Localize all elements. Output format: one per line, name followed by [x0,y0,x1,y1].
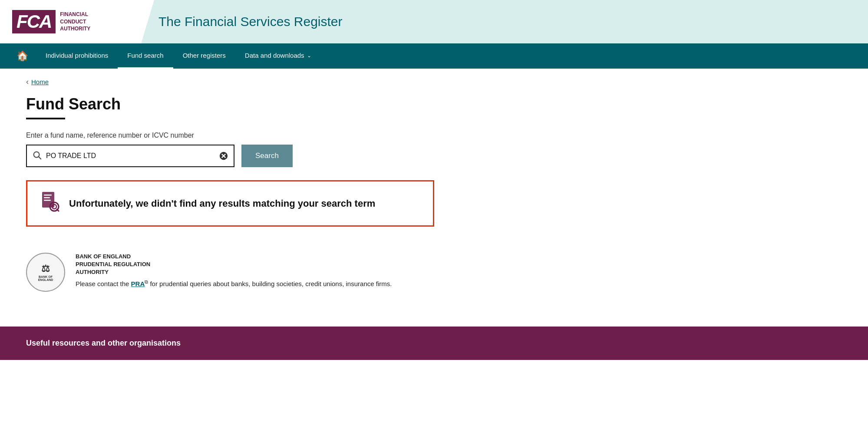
pra-link[interactable]: PRA [131,280,145,287]
nav-item-fund-search[interactable]: Fund search [118,43,173,69]
site-title: The Financial Services Register [158,14,343,29]
chevron-down-icon: ⌄ [307,53,311,59]
svg-line-1 [39,157,41,159]
no-results-icon [40,191,60,216]
svg-rect-8 [44,200,51,201]
svg-rect-6 [44,195,52,196]
footer-heading: Useful resources and other organisations [26,339,181,347]
pra-org-name: BANK OF ENGLAND PRUDENTIAL REGULATION AU… [76,253,392,277]
page-title: Fund Search [26,95,842,113]
fca-logo[interactable]: FCA FINANCIAL CONDUCT AUTHORITY [12,10,90,33]
fca-logo-letters: FCA [12,10,56,33]
site-header: FCA FINANCIAL CONDUCT AUTHORITY The Fina… [0,0,868,43]
fca-logo-subtitle: FINANCIAL CONDUCT AUTHORITY [60,11,90,33]
header-title-area: The Financial Services Register [141,0,868,43]
breadcrumb: ‹ Home [0,69,868,91]
nav-home-icon[interactable]: 🏠 [9,50,36,62]
logo-area: FCA FINANCIAL CONDUCT AUTHORITY [0,2,148,41]
title-underline [26,118,65,119]
search-input[interactable] [46,152,219,160]
clear-search-button[interactable] [219,151,228,161]
search-icon [32,150,42,162]
no-results-text: Unfortunately, we didn't find any result… [69,198,375,209]
nav-item-other-registers[interactable]: Other registers [173,43,235,69]
pra-text-block: BANK OF ENGLAND PRUDENTIAL REGULATION AU… [76,253,392,289]
nav-item-data-downloads[interactable]: Data and downloads ⌄ [235,43,321,69]
main-nav: 🏠 Individual prohibitions Fund search Ot… [0,43,868,69]
svg-rect-7 [44,197,50,198]
no-results-box: Unfortunately, we didn't find any result… [26,180,434,227]
search-input-wrapper [26,145,234,167]
pra-section: ⚖ BANK OFENGLAND BANK OF ENGLAND PRUDENT… [26,244,417,300]
search-button[interactable]: Search [241,145,293,167]
main-content: Fund Search Enter a fund name, reference… [0,91,868,318]
search-row: Search [26,145,842,167]
pra-logo: ⚖ BANK OFENGLAND [26,253,65,292]
search-label: Enter a fund name, reference number or I… [26,132,842,139]
breadcrumb-back-icon[interactable]: ‹ [26,77,29,86]
breadcrumb-home-link[interactable]: Home [31,78,49,86]
footer: Useful resources and other organisations [0,327,868,360]
pra-description: Please contact the PRA⧉ for prudential q… [76,278,392,289]
nav-item-individual-prohibitions[interactable]: Individual prohibitions [36,43,118,69]
